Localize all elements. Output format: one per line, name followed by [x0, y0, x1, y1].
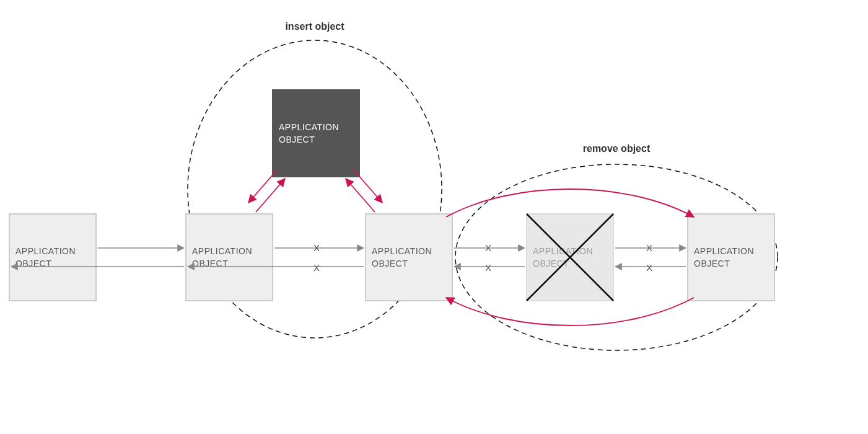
- svg-rect-6: [366, 214, 452, 301]
- svg-text:APPLICATION: APPLICATION: [372, 246, 432, 256]
- svg-rect-15: [273, 90, 359, 177]
- link-n5-n3-bypass: [446, 298, 694, 326]
- link-new-n3: [353, 169, 382, 203]
- svg-text:APPLICATION: APPLICATION: [15, 246, 76, 256]
- node-app-object-3: APPLICATION OBJECT: [366, 214, 452, 301]
- node-app-object-2: APPLICATION OBJECT: [186, 214, 273, 301]
- svg-text:APPLICATION: APPLICATION: [694, 246, 754, 256]
- svg-text:OBJECT: OBJECT: [372, 259, 408, 268]
- svg-rect-0: [9, 214, 96, 301]
- node-app-object-5: APPLICATION OBJECT: [688, 214, 774, 301]
- link-n3-new: [346, 179, 375, 212]
- link-ndel-n5-x: X: [646, 242, 652, 253]
- svg-rect-3: [186, 214, 273, 301]
- node-app-object-inserted: APPLICATION OBJECT: [273, 90, 359, 177]
- svg-text:APPLICATION: APPLICATION: [192, 246, 252, 256]
- link-n3-n2-x: X: [313, 262, 320, 273]
- svg-text:OBJECT: OBJECT: [694, 259, 730, 268]
- node-app-object-1: APPLICATION OBJECT: [9, 214, 96, 301]
- insert-label: insert object: [285, 21, 344, 32]
- link-n2-n3-x: X: [313, 242, 320, 253]
- node-app-object-removed: APPLICATION OBJECT: [527, 214, 613, 301]
- link-ndel-n3-x: X: [485, 262, 491, 273]
- remove-label: remove object: [583, 143, 651, 154]
- linked-list-diagram: insert object remove object APPLICATION …: [0, 0, 868, 434]
- link-n3-ndel-x: X: [485, 242, 491, 253]
- link-n3-n5-bypass: [446, 189, 694, 217]
- link-n2-new: [256, 179, 285, 212]
- svg-rect-12: [688, 214, 774, 301]
- svg-text:OBJECT: OBJECT: [279, 135, 315, 144]
- link-new-n2: [248, 169, 278, 203]
- svg-text:APPLICATION: APPLICATION: [279, 122, 339, 132]
- link-n5-ndel-x: X: [646, 262, 652, 273]
